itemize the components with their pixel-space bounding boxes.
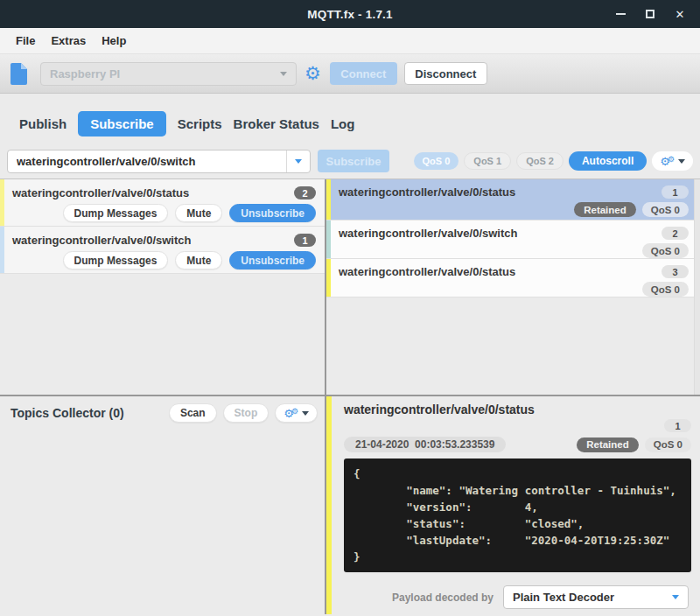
timestamp-badge: 21-04-2020 00:03:53.233539 (344, 437, 506, 452)
mute-button[interactable]: Mute (175, 204, 222, 222)
close-icon: ✕ (676, 9, 685, 20)
qos2-button[interactable]: QoS 2 (516, 152, 564, 170)
subscribe-button[interactable]: Subscribe (318, 150, 389, 172)
payload-decoder-label: Payload decoded by (392, 592, 494, 604)
topic-color-stripe (326, 259, 331, 297)
tab-broker-status[interactable]: Broker Status (234, 111, 319, 136)
message-topic: wateringcontroller/valve/0/switch (339, 227, 517, 240)
chevron-down-icon (295, 159, 302, 164)
topic-color-stripe (326, 220, 331, 258)
window-title: MQTT.fx - 1.7.1 (0, 8, 700, 21)
qos-badge: QoS 0 (642, 202, 689, 217)
topic-color-stripe (0, 227, 4, 273)
connect-button[interactable]: Connect (330, 62, 397, 85)
message-row[interactable]: wateringcontroller/valve/0/switch 2 QoS … (326, 220, 700, 259)
topics-collector-panel: Topics Collector (0) Scan Stop ⚙⚙ (0, 396, 325, 614)
qos0-button[interactable]: QoS 0 (414, 152, 459, 170)
chevron-down-icon (302, 411, 309, 416)
retained-badge: Retained (574, 202, 636, 217)
chevron-down-icon (678, 159, 685, 164)
tab-log[interactable]: Log (331, 111, 355, 136)
maximize-icon (646, 10, 654, 18)
chevron-down-icon (672, 595, 679, 599)
payload-viewer: { "name": "Watering controller - Tuinhui… (344, 458, 691, 572)
titlebar: MQTT.fx - 1.7.1 ✕ (0, 0, 700, 28)
qos-badge: QoS 0 (645, 438, 691, 452)
autoscroll-button[interactable]: Autoscroll (569, 151, 647, 171)
payload-decoder-value: Plain Text Decoder (513, 591, 614, 604)
main-split-area: wateringcontroller/valve/0/status 2 Dump… (0, 178, 700, 614)
scan-button[interactable]: Scan (169, 403, 217, 423)
unsubscribe-button[interactable]: Unsubscribe (229, 204, 316, 222)
profile-file-icon[interactable] (10, 63, 27, 85)
gears-icon: ⚙⚙ (660, 156, 675, 167)
qos1-button[interactable]: QoS 1 (464, 152, 511, 170)
connection-profile-value: Raspberry PI (50, 67, 120, 80)
gears-icon: ⚙⚙ (284, 408, 298, 419)
window-controls: ✕ (607, 3, 700, 25)
topic-color-stripe (326, 179, 331, 220)
qos-badge: QoS 0 (642, 243, 689, 258)
tab-subscribe[interactable]: Subscribe (78, 111, 166, 136)
tab-publish[interactable]: Publish (19, 111, 66, 136)
maximize-button[interactable] (637, 3, 663, 25)
message-count-badge: 2 (294, 186, 316, 200)
dump-messages-button[interactable]: Dump Messages (63, 251, 169, 270)
message-row[interactable]: wateringcontroller/valve/0/status 3 QoS … (326, 259, 700, 298)
messages-scrollbar[interactable] (694, 179, 700, 395)
message-topic: wateringcontroller/valve/0/status (339, 265, 515, 278)
topic-combobox (7, 150, 311, 173)
chevron-down-icon (280, 72, 287, 76)
retained-badge: Retained (577, 438, 639, 452)
qos-group: QoS 0 QoS 1 QoS 2 Autoscroll ⚙⚙ (414, 151, 693, 171)
minimize-button[interactable] (607, 3, 634, 25)
connection-settings-gear-icon[interactable]: ⚙ (304, 65, 321, 83)
menu-file[interactable]: File (16, 34, 35, 47)
subscribe-options-button[interactable]: ⚙⚙ (652, 151, 693, 171)
subscription-row[interactable]: wateringcontroller/valve/0/switch 1 Dump… (0, 227, 325, 274)
payload-decoder-select[interactable]: Plain Text Decoder (503, 585, 689, 609)
message-index-badge: 3 (662, 265, 689, 278)
message-index-badge: 1 (662, 186, 689, 199)
subscribe-controls: Subscribe QoS 0 QoS 1 QoS 2 Autoscroll ⚙… (0, 144, 700, 178)
disconnect-button[interactable]: Disconnect (404, 62, 487, 85)
message-index-badge: 2 (662, 227, 689, 240)
tab-scripts[interactable]: Scripts (178, 111, 222, 136)
menu-extras[interactable]: Extras (51, 34, 86, 47)
subscription-topic: wateringcontroller/valve/0/status (12, 186, 189, 200)
minimize-icon (616, 13, 626, 15)
connection-profile-select[interactable]: Raspberry PI (40, 62, 297, 86)
menubar: File Extras Help (0, 28, 700, 54)
message-topic: wateringcontroller/valve/0/status (339, 186, 515, 199)
unsubscribe-button[interactable]: Unsubscribe (229, 251, 316, 270)
tab-bar: Publish Subscribe Scripts Broker Status … (0, 94, 700, 144)
topic-color-stripe (0, 179, 4, 226)
topic-color-stripe (326, 396, 332, 614)
collector-options-button[interactable]: ⚙⚙ (275, 403, 318, 423)
messages-panel: wateringcontroller/valve/0/status 1 Reta… (326, 179, 700, 395)
topic-input[interactable] (8, 150, 286, 172)
message-count-badge: 1 (294, 234, 316, 247)
mute-button[interactable]: Mute (175, 251, 222, 270)
message-detail-panel: wateringcontroller/valve/0/status 1 21-0… (326, 396, 700, 614)
detail-index-badge: 1 (664, 419, 691, 432)
topics-collector-title: Topics Collector (0) (10, 406, 124, 420)
qos-badge: QoS 0 (642, 282, 689, 297)
menu-help[interactable]: Help (102, 34, 126, 47)
stop-button[interactable]: Stop (223, 403, 270, 423)
subscription-row[interactable]: wateringcontroller/valve/0/status 2 Dump… (0, 179, 325, 227)
close-button[interactable]: ✕ (667, 3, 693, 25)
topic-dropdown-button[interactable] (286, 150, 310, 172)
detail-topic: wateringcontroller/valve/0/status (344, 402, 691, 416)
connection-toolbar: Raspberry PI ⚙ Connect Disconnect (0, 54, 700, 94)
dump-messages-button[interactable]: Dump Messages (63, 204, 169, 222)
subscription-topic: wateringcontroller/valve/0/switch (12, 234, 191, 247)
message-row[interactable]: wateringcontroller/valve/0/status 1 Reta… (326, 179, 700, 220)
subscriptions-panel: wateringcontroller/valve/0/status 2 Dump… (0, 179, 325, 395)
